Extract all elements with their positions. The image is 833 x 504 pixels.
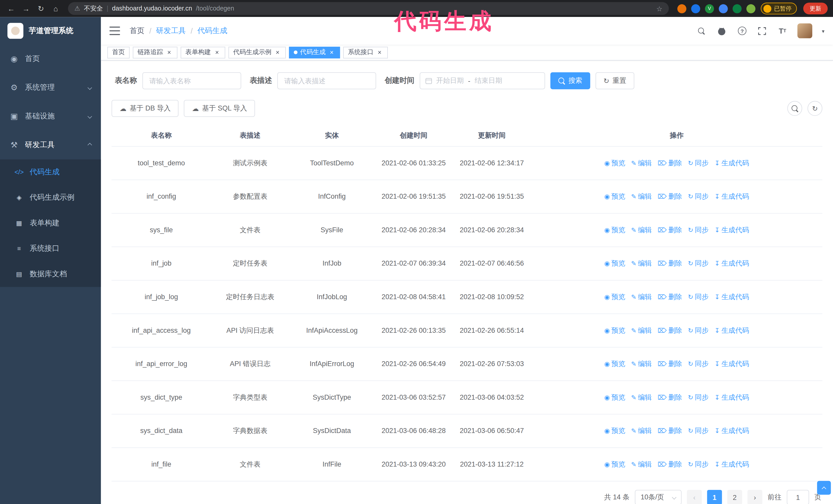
delete-link[interactable]: ⌦删除: [658, 459, 682, 471]
back-to-top-button[interactable]: [817, 481, 831, 495]
download-link[interactable]: ↧生成代码: [715, 258, 749, 269]
fullscreen-icon[interactable]: [757, 25, 768, 36]
download-link[interactable]: ↧生成代码: [715, 291, 749, 303]
next-page-button[interactable]: ›: [747, 490, 762, 504]
sidebar-item-home[interactable]: ◉ 首页: [0, 45, 101, 73]
edit-link[interactable]: ✎编辑: [631, 459, 652, 471]
delete-link[interactable]: ⌦删除: [658, 325, 682, 336]
sync-link[interactable]: ↻同步: [688, 224, 709, 236]
delete-link[interactable]: ⌦删除: [658, 258, 682, 269]
tab-codegen[interactable]: 代码生成: [289, 46, 340, 58]
address-bar[interactable]: ⚠ 不安全 | dashboard.yudao.iocoder.cn/tool/…: [68, 2, 669, 15]
toggle-search-button[interactable]: [787, 101, 802, 116]
download-link[interactable]: ↧生成代码: [715, 358, 749, 370]
sidebar-item-db-doc[interactable]: ▤ 数据库文档: [0, 262, 101, 287]
page-size-select[interactable]: 10条/页: [635, 490, 682, 504]
delete-link[interactable]: ⌦删除: [658, 191, 682, 202]
import-sql-button[interactable]: ☁ 基于 SQL 导入: [184, 100, 255, 117]
font-size-icon[interactable]: TT: [777, 25, 788, 36]
hamburger-icon[interactable]: [110, 27, 120, 35]
extension-icon-6[interactable]: [746, 4, 755, 13]
close-icon[interactable]: [274, 49, 281, 56]
edit-link[interactable]: ✎编辑: [631, 191, 652, 202]
sync-link[interactable]: ↻同步: [688, 191, 709, 202]
edit-link[interactable]: ✎编辑: [631, 224, 652, 236]
sidebar-item-codegen[interactable]: </> 代码生成: [0, 160, 101, 185]
tab-codegen-example[interactable]: 代码生成示例: [229, 46, 286, 58]
eye-link[interactable]: ◉预览: [604, 425, 625, 437]
sync-link[interactable]: ↻同步: [688, 325, 709, 336]
date-range-picker[interactable]: 开始日期 - 结束日期: [420, 72, 545, 89]
close-icon[interactable]: [166, 49, 173, 56]
update-browser-button[interactable]: 更新: [803, 3, 828, 14]
close-icon[interactable]: [376, 49, 383, 56]
delete-link[interactable]: ⌦删除: [658, 224, 682, 236]
download-link[interactable]: ↧生成代码: [715, 325, 749, 336]
tab-tracing[interactable]: 链路追踪: [133, 46, 177, 58]
download-link[interactable]: ↧生成代码: [715, 191, 749, 202]
delete-link[interactable]: ⌦删除: [658, 157, 682, 169]
help-icon[interactable]: ?: [737, 25, 747, 36]
eye-link[interactable]: ◉预览: [604, 391, 625, 403]
search-button[interactable]: 搜索: [550, 72, 590, 89]
breadcrumb-item[interactable]: 研发工具: [156, 26, 186, 35]
import-db-button[interactable]: ☁ 基于 DB 导入: [112, 100, 178, 117]
sync-link[interactable]: ↻同步: [688, 258, 709, 269]
search-icon[interactable]: [696, 25, 707, 36]
delete-link[interactable]: ⌦删除: [658, 291, 682, 303]
eye-link[interactable]: ◉预览: [604, 325, 625, 336]
edit-link[interactable]: ✎编辑: [631, 391, 652, 403]
page-button-2[interactable]: 2: [728, 490, 742, 504]
sidebar-item-api[interactable]: ≡ 系统接口: [0, 236, 101, 261]
sidebar-item-dev-tools[interactable]: ⚒ 研发工具: [0, 131, 101, 160]
delete-link[interactable]: ⌦删除: [658, 425, 682, 437]
download-link[interactable]: ↧生成代码: [715, 224, 749, 236]
sidebar-item-form-builder[interactable]: ▦ 表单构建: [0, 211, 101, 236]
sidebar-item-codegen-example[interactable]: ◈ 代码生成示例: [0, 185, 101, 210]
eye-link[interactable]: ◉预览: [604, 358, 625, 370]
edit-link[interactable]: ✎编辑: [631, 291, 652, 303]
download-link[interactable]: ↧生成代码: [715, 391, 749, 403]
eye-link[interactable]: ◉预览: [604, 459, 625, 471]
close-icon[interactable]: [214, 49, 220, 56]
download-link[interactable]: ↧生成代码: [715, 459, 749, 471]
forward-icon[interactable]: →: [20, 3, 32, 14]
extension-icon-4[interactable]: [719, 4, 728, 13]
user-avatar[interactable]: [798, 23, 812, 38]
github-icon[interactable]: [717, 25, 727, 36]
edit-link[interactable]: ✎编辑: [631, 258, 652, 269]
eye-link[interactable]: ◉预览: [604, 224, 625, 236]
close-icon[interactable]: [328, 49, 335, 56]
sync-link[interactable]: ↻同步: [688, 425, 709, 437]
eye-link[interactable]: ◉预览: [604, 258, 625, 269]
breadcrumb-item[interactable]: 首页: [130, 26, 145, 35]
back-icon[interactable]: ←: [5, 3, 17, 14]
delete-link[interactable]: ⌦删除: [658, 391, 682, 403]
delete-link[interactable]: ⌦删除: [658, 358, 682, 370]
home-icon[interactable]: ⌂: [50, 3, 62, 14]
sync-link[interactable]: ↻同步: [688, 358, 709, 370]
extension-icon-3[interactable]: V: [705, 4, 714, 13]
edit-link[interactable]: ✎编辑: [631, 358, 652, 370]
profile-paused-badge[interactable]: 已暂停: [761, 3, 797, 14]
reload-icon[interactable]: ↻: [35, 3, 47, 14]
chevron-down-icon[interactable]: ▾: [822, 28, 824, 34]
eye-link[interactable]: ◉预览: [604, 291, 625, 303]
extension-icon-2[interactable]: [691, 4, 700, 13]
extension-icon-1[interactable]: [677, 4, 686, 13]
prev-page-button[interactable]: ‹: [687, 490, 702, 504]
edit-link[interactable]: ✎编辑: [631, 425, 652, 437]
bookmark-star-icon[interactable]: ☆: [656, 5, 662, 13]
table-name-input[interactable]: [142, 72, 241, 89]
reset-button[interactable]: ↻ 重置: [595, 72, 634, 89]
sync-link[interactable]: ↻同步: [688, 391, 709, 403]
tab-home[interactable]: 首页: [108, 46, 130, 58]
page-button-1[interactable]: 1: [707, 490, 722, 504]
table-desc-input[interactable]: [277, 72, 376, 89]
edit-link[interactable]: ✎编辑: [631, 325, 652, 336]
eye-link[interactable]: ◉预览: [604, 191, 625, 202]
eye-link[interactable]: ◉预览: [604, 157, 625, 169]
sync-link[interactable]: ↻同步: [688, 459, 709, 471]
download-link[interactable]: ↧生成代码: [715, 157, 749, 169]
sidebar-item-system[interactable]: ⚙ 系统管理: [0, 73, 101, 102]
